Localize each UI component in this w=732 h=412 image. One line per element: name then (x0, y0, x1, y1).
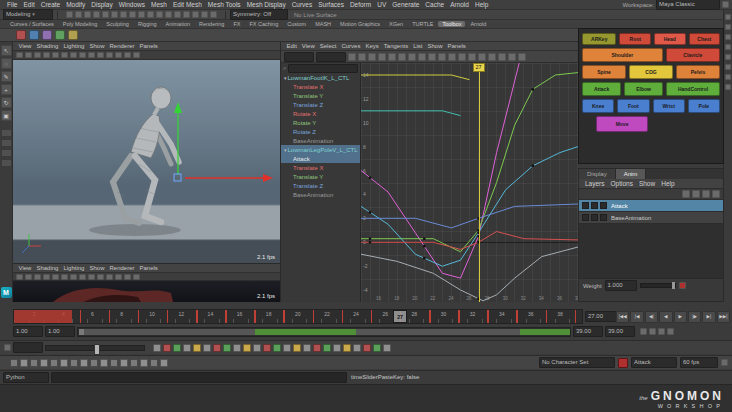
picker-button-pelvis[interactable]: Pelvis (676, 65, 720, 79)
panel-menu-panels[interactable]: Panels (137, 43, 160, 49)
shelf-tab-arnold[interactable]: Arnold (466, 21, 490, 27)
panel-menu-show[interactable]: Show (87, 43, 107, 49)
workspace-dropdown[interactable]: Maya Classic (656, 0, 720, 10)
layer-menu-show[interactable]: Show (636, 180, 658, 187)
keyframe[interactable] (423, 245, 425, 247)
panel-menu-lighting[interactable]: Lighting (61, 43, 87, 49)
playback-start-field[interactable]: 1.00 (45, 326, 75, 337)
sidebar-toggle-4-icon[interactable] (725, 44, 731, 50)
anim-toolbar-icon-4[interactable] (183, 344, 191, 352)
shelf-tab-xgen[interactable]: XGen (385, 21, 407, 27)
anim-toolbar-icon-21[interactable] (353, 344, 361, 352)
shelf-tab-mash[interactable]: MASH (311, 21, 335, 27)
panel-menu-renderer[interactable]: Renderer (107, 43, 137, 49)
anim-toolbar-icon-1[interactable] (153, 344, 161, 352)
timeline-key-tick[interactable] (371, 310, 373, 323)
secondary-toolbar-icon-2[interactable] (20, 359, 28, 367)
play-backwards-button[interactable]: ◀ (659, 311, 672, 323)
viewport-toolbar-12-icon[interactable] (115, 52, 122, 58)
panel-menu-shading[interactable]: Shading (34, 43, 61, 49)
menu-file[interactable]: File (4, 1, 20, 8)
shelf-tab-sculpting[interactable]: Sculpting (102, 21, 133, 27)
step-fwd-frame-button[interactable]: |▶ (688, 311, 701, 323)
animation-end-field[interactable]: 39.00 (605, 326, 635, 337)
outliner-channel-translate-y[interactable]: Translate Y (281, 91, 360, 100)
keyframe[interactable] (369, 177, 371, 179)
menu-surfaces[interactable]: Surfaces (315, 1, 347, 8)
ge-toolbar-12-icon[interactable] (458, 53, 466, 61)
secondary-toolbar-icon-16[interactable] (160, 359, 168, 367)
menu-curves[interactable]: Curves (289, 1, 316, 8)
secondary-toolbar-icon-10[interactable] (100, 359, 108, 367)
ge-stats-frame-field[interactable] (284, 52, 314, 62)
curve-green[interactable] (361, 73, 578, 252)
curve-gray[interactable] (361, 247, 578, 301)
redo-icon[interactable] (102, 11, 109, 18)
secondary-toolbar-icon-15[interactable] (150, 359, 158, 367)
picker-button-foot[interactable]: Foot (617, 99, 649, 113)
curve-cyan[interactable] (361, 147, 578, 267)
viewport-toolbar-4-icon[interactable] (43, 274, 50, 280)
outliner-channel-baseanimation[interactable]: BaseAnimation (281, 190, 360, 199)
menu-deform[interactable]: Deform (347, 1, 374, 8)
timeline-key-tick[interactable] (546, 310, 548, 323)
ge-toolbar-2-icon[interactable] (358, 53, 366, 61)
new-scene-icon[interactable] (66, 11, 73, 18)
ge-toolbar-7-icon[interactable] (408, 53, 416, 61)
timeline-bookmark-1[interactable] (255, 329, 356, 335)
timeline-key-tick[interactable] (313, 310, 315, 323)
step-back-frame-button[interactable]: ◀| (645, 311, 658, 323)
ge-menu-edit[interactable]: Edit (284, 43, 299, 49)
outliner-channel-translate-x[interactable]: Translate X (281, 82, 360, 91)
secondary-toolbar-icon-14[interactable] (140, 359, 148, 367)
playback-options-icon[interactable] (667, 328, 674, 335)
shelf-tab-turtle[interactable]: TURTLE (408, 21, 437, 27)
picker-button-cog[interactable]: COG (629, 65, 673, 79)
weight-key-icon[interactable] (679, 282, 686, 289)
ge-toolbar-3-icon[interactable] (368, 53, 376, 61)
outliner-channel-translate-z[interactable]: Translate Z (281, 181, 360, 190)
anim-toolbar-icon-18[interactable] (323, 344, 331, 352)
render-settings-icon[interactable] (210, 11, 217, 18)
layer-tab-display[interactable]: Display (579, 169, 616, 179)
viewport-toolbar-5-icon[interactable] (52, 274, 59, 280)
menu-uv[interactable]: UV (374, 1, 389, 8)
viewport-toolbar-10-icon[interactable] (97, 52, 104, 58)
two-pane-layout[interactable] (1, 139, 12, 147)
curve-blue[interactable] (361, 204, 578, 228)
menu-set-dropdown[interactable]: Modeling▾ (3, 9, 53, 20)
viewport-toolbar-9-icon[interactable] (88, 274, 95, 280)
secondary-toolbar-icon-6[interactable] (60, 359, 68, 367)
anim-toolbar-icon-13[interactable] (273, 344, 281, 352)
expand-arrow-icon[interactable]: ▾ (284, 147, 287, 153)
pose-offset-shelf-icon[interactable] (42, 30, 52, 40)
anim-toolbar-icon-14[interactable] (283, 344, 291, 352)
menu-modify[interactable]: Modify (63, 1, 88, 8)
timeline-key-tick[interactable] (342, 310, 344, 323)
anim-toolbar-icon-7[interactable] (213, 344, 221, 352)
picker-button-elbow[interactable]: Elbow (624, 82, 663, 96)
auto-key-icon[interactable] (618, 358, 628, 368)
ge-toolbar-8-icon[interactable] (418, 53, 426, 61)
timeline-key-tick[interactable] (516, 310, 518, 323)
panel-menu-show[interactable]: Show (87, 265, 107, 271)
anim-layer-dropdown[interactable]: Attack (631, 357, 677, 368)
panel-menu-view[interactable]: View (16, 265, 34, 271)
timeline-key-tick[interactable] (225, 310, 227, 323)
picker-button-knee[interactable]: Knee (582, 99, 614, 113)
viewport-toolbar-4-icon[interactable] (43, 52, 50, 58)
shelf-tab-toolbox[interactable]: Toolbox (438, 21, 465, 27)
timeline-key-tick[interactable] (196, 310, 198, 323)
layer-toolbar-4-icon[interactable] (712, 190, 720, 198)
anim-toolbar-icon-20[interactable] (343, 344, 351, 352)
layer-tab-anim[interactable]: Anim (616, 169, 647, 179)
picker-button-clavicle[interactable]: Clavicle (666, 48, 720, 62)
viewport-toolbar-10-icon[interactable] (97, 274, 104, 280)
ge-toolbar-18-icon[interactable] (518, 53, 526, 61)
viewport-toolbar-13-icon[interactable] (124, 274, 131, 280)
workspace-gear-icon[interactable] (722, 1, 729, 8)
animation-curves[interactable] (361, 63, 578, 302)
keyframe[interactable] (532, 165, 534, 167)
ge-toolbar-9-icon[interactable] (428, 53, 436, 61)
paint-select-tool[interactable]: ✎ (1, 71, 12, 82)
